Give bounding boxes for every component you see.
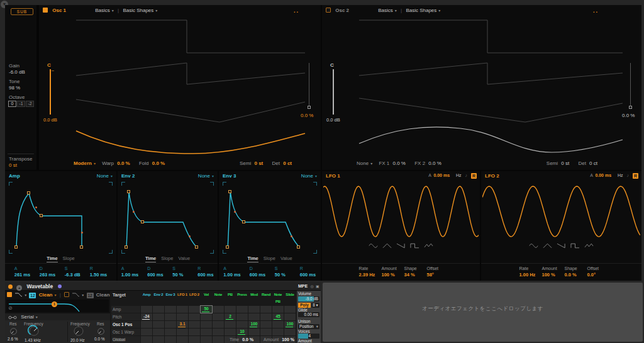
- poly-voices-dropdown[interactable]: 8 ▾: [311, 303, 319, 308]
- env2-display[interactable]: [120, 181, 215, 255]
- saw-shape-icon[interactable]: [557, 243, 566, 249]
- lfo2-shape[interactable]: 0.0 %: [565, 272, 581, 278]
- matrix-col-amp[interactable]: Amp: [141, 291, 152, 305]
- mpe-square-icon[interactable]: ▣: [316, 284, 319, 288]
- amp-env-slope-dot[interactable]: [35, 206, 37, 208]
- matrix-cell-amp-vel[interactable]: 50: [201, 306, 212, 313]
- env3-handle-start[interactable]: [226, 245, 229, 249]
- osc2-gain-value[interactable]: 0.0 dB: [326, 117, 340, 123]
- freq1-value[interactable]: 1.43 kHz: [25, 338, 41, 342]
- matrix-cell-amp-env-2[interactable]: [153, 306, 164, 313]
- osc1-activator[interactable]: [43, 8, 48, 13]
- random-shape-icon[interactable]: [584, 243, 594, 249]
- osc1-det-value[interactable]: 0 ct: [283, 160, 292, 166]
- tab-value[interactable]: Value: [178, 256, 190, 262]
- tab-slope[interactable]: Slope: [161, 256, 173, 262]
- poly-mode-button[interactable]: Poly: [298, 303, 311, 308]
- filter1-activator[interactable]: [7, 292, 12, 297]
- matrix-cell-pitch-note-pb[interactable]: 45: [272, 313, 284, 320]
- amp-mod-source-dropdown[interactable]: None▾: [97, 173, 113, 179]
- tab-time[interactable]: Time: [47, 256, 57, 262]
- lfo1-display[interactable]: [323, 181, 479, 242]
- osc2-det-value[interactable]: 0 ct: [589, 160, 597, 166]
- lfo2-attack-value[interactable]: 0.00 ms: [595, 173, 611, 177]
- amp-sustain[interactable]: -6.3 dB: [65, 272, 81, 278]
- wavetable-title-bar[interactable]: ▲ Wavetable: [5, 282, 297, 291]
- filter-routing-dropdown[interactable]: Serial: [21, 314, 33, 320]
- matrix-cell-osc-1-warp-vel[interactable]: [201, 329, 212, 335]
- random-shape-icon[interactable]: [424, 243, 433, 249]
- matrix-cell-osc-1-pos-note-pb[interactable]: [272, 321, 284, 328]
- env3-attack[interactable]: 1.00 ms: [223, 272, 241, 278]
- matrix-cell-osc-1-pos-pb[interactable]: [225, 321, 236, 328]
- triangle-shape-icon[interactable]: [382, 243, 392, 249]
- matrix-col-slide[interactable]: Slide: [284, 291, 296, 305]
- matrix-cell-osc-1-pos-note[interactable]: [213, 321, 224, 328]
- amp-env-handle-peak[interactable]: [27, 191, 30, 194]
- res2-value[interactable]: 0.0 %: [94, 337, 105, 341]
- filter-drive-icon[interactable]: ⊘: [8, 305, 13, 311]
- sub-osc-button[interactable]: SUB: [11, 8, 33, 15]
- res1-knob[interactable]: [9, 327, 18, 335]
- matrix-cell-amp-press[interactable]: [236, 306, 248, 313]
- osc1-wave-sine-active[interactable]: [74, 121, 308, 157]
- matrix-cell-osc-1-warp-note[interactable]: [213, 329, 224, 335]
- transpose-value[interactable]: 0 st: [9, 162, 17, 168]
- lfo1-offset[interactable]: 58°: [427, 272, 443, 278]
- device-fold-icon[interactable]: ▲: [16, 285, 22, 291]
- volume-slider[interactable]: -9.0 dB: [298, 296, 319, 301]
- matrix-cell-osc-1-warp-press[interactable]: 10: [236, 329, 248, 335]
- filter2-activator[interactable]: [64, 292, 69, 297]
- unison-mode-dropdown[interactable]: Position▾: [298, 324, 319, 329]
- matrix-cell-osc-1-pos-lfo-2[interactable]: [189, 321, 200, 328]
- lfo1-sync-toggle[interactable]: ♪: [465, 173, 468, 177]
- lfo2-hz-toggle[interactable]: Hz: [618, 173, 623, 177]
- osc2-position-value[interactable]: 0.0 %: [622, 113, 635, 118]
- matrix-row-osc-1-warp[interactable]: Osc 1 Warp: [111, 329, 140, 335]
- matrix-cell-amp-lfo-1[interactable]: [177, 306, 188, 313]
- filter1-lowpass-icon[interactable]: [14, 292, 23, 297]
- env3-handle-sustain[interactable]: [242, 220, 245, 223]
- env2-handle-peak[interactable]: [127, 190, 130, 193]
- amp-envelope-display[interactable]: [8, 181, 114, 255]
- octave-minus2-button[interactable]: -2: [26, 101, 34, 107]
- filter1-marker[interactable]: 1: [52, 301, 57, 307]
- matrix-cell-pitch-note[interactable]: [213, 313, 224, 320]
- matrix-cell-osc-1-warp-mod[interactable]: [248, 329, 260, 335]
- matrix-cell-osc-1-warp-rand[interactable]: [260, 329, 272, 335]
- osc1-warp-value[interactable]: 0.0 %: [117, 160, 130, 166]
- matrix-cell-pitch-lfo-1[interactable]: [177, 313, 188, 320]
- matrix-cell-osc-1-pos-press[interactable]: [236, 321, 248, 328]
- matrix-cell-osc-1-pos-slide[interactable]: 100: [284, 321, 296, 328]
- tone-value[interactable]: 98 %: [9, 85, 20, 91]
- osc2-activator[interactable]: [326, 8, 331, 13]
- env3-release-dot[interactable]: [291, 235, 292, 237]
- amp-env-release-dot[interactable]: [81, 232, 83, 233]
- env3-mod-source-dropdown[interactable]: None▾: [301, 173, 317, 179]
- lfo2-retrigger-button[interactable]: R: [633, 173, 638, 179]
- square-shape-icon[interactable]: [570, 243, 580, 249]
- filter-display[interactable]: ⊘ 1: [6, 300, 109, 312]
- matrix-cell-osc-1-warp-lfo-1[interactable]: [177, 329, 188, 335]
- osc2-semi-value[interactable]: 0 st: [561, 160, 569, 166]
- matrix-cell-osc-1-pos-mod[interactable]: 100: [248, 321, 260, 328]
- amp-env-handle-end[interactable]: [80, 245, 83, 249]
- mpe-circle-icon[interactable]: ◎: [310, 284, 313, 288]
- env3-decay[interactable]: 600 ms: [250, 272, 266, 278]
- freq2-value[interactable]: 20.0 Hz: [70, 338, 84, 342]
- octave-0-button[interactable]: 0: [8, 101, 16, 107]
- matrix-cell-pitch-mod[interactable]: [248, 313, 260, 320]
- matrix-col-mod[interactable]: Mod: [248, 291, 260, 305]
- env2-handle-end[interactable]: [195, 245, 198, 249]
- osc1-gain-slider[interactable]: [50, 69, 51, 115]
- matrix-cell-amp-mod[interactable]: [248, 306, 260, 313]
- audio-effect-drop-area[interactable]: オーディオエフェクトをここへドロップします: [323, 283, 643, 342]
- filter1-slope-badge[interactable]: 12: [29, 293, 36, 298]
- amp-release[interactable]: 1.50 ms: [90, 272, 108, 278]
- matrix-cell-osc-1-warp-slide[interactable]: [284, 329, 296, 335]
- matrix-cell-osc-1-pos-env-2[interactable]: [153, 321, 164, 328]
- filter1-circuit-dropdown[interactable]: Clean: [39, 292, 53, 298]
- matrix-cell-amp-note[interactable]: [213, 306, 224, 313]
- matrix-cell-osc-1-warp-pb[interactable]: [225, 329, 236, 335]
- amp-decay[interactable]: 263 ms: [40, 272, 56, 278]
